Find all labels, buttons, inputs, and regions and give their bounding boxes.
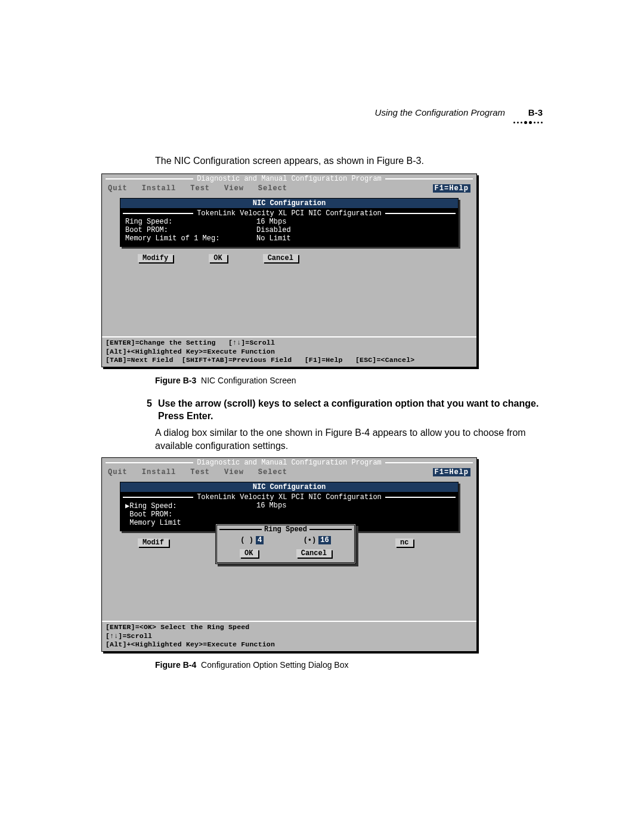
menu-quit[interactable]: Quit xyxy=(108,184,128,193)
figure-b4-caption: Figure B-4 Configuration Option Setting … xyxy=(155,660,543,670)
program-titlebar: Diagnostic and Manual Configuration Prog… xyxy=(102,458,476,467)
panel-subtitle: TokenLink Velocity XL PCI NIC Configurat… xyxy=(123,209,456,218)
dialog-cancel-button[interactable]: Cancel xyxy=(296,549,332,558)
step-text: Use the arrow (scroll) keys to select a … xyxy=(158,397,543,423)
menu-test[interactable]: Test xyxy=(190,468,210,476)
field-memory-limit[interactable]: Memory Limit of 1 Meg: No Limit xyxy=(125,234,453,243)
panel-subtitle: TokenLink Velocity XL PCI NIC Configurat… xyxy=(123,493,456,501)
menubar: Quit Install Test View Select F1=Help xyxy=(102,184,476,193)
page-number: B-3 xyxy=(528,107,543,117)
running-title: Using the Configuration Program xyxy=(375,107,505,117)
panel-title: NIC Configuration xyxy=(120,199,458,208)
para2-text: A dialog box similar to the one shown in… xyxy=(155,426,543,453)
status-line-1: [ENTER]=<OK> Select the Ring Speed xyxy=(106,623,473,631)
menu-select[interactable]: Select xyxy=(258,184,287,193)
field-ring-speed[interactable]: ▶Ring Speed: 16 Mbps xyxy=(125,501,453,510)
status-bar: [ENTER]=<OK> Select the Ring Speed [↑↓]=… xyxy=(102,621,476,651)
program-title: Diagnostic and Manual Configuration Prog… xyxy=(197,459,382,467)
intro-text: The NIC Configuration screen appears, as… xyxy=(155,154,543,168)
dialog-ok-button[interactable]: OK xyxy=(240,549,258,558)
radio-16[interactable]: (•)16 xyxy=(304,536,331,544)
empty-area xyxy=(102,265,476,336)
field-boot-prom[interactable]: Boot PROM: Disabled xyxy=(125,226,453,234)
menu-view[interactable]: View xyxy=(224,468,244,476)
radio-group: ( )4 (•)16 xyxy=(217,534,354,547)
figure-b3-caption: Figure B-3 NIC Configuration Screen xyxy=(155,376,543,385)
menu-select[interactable]: Select xyxy=(258,468,287,476)
figure-b3-screenshot: Diagnostic and Manual Configuration Prog… xyxy=(101,174,477,367)
running-header: Using the Configuration Program B-3 xyxy=(101,107,543,125)
step-number: 5 xyxy=(140,397,152,423)
button-row: Modify OK Cancel xyxy=(102,250,476,264)
cancel-button[interactable]: Cancel xyxy=(263,254,298,262)
cancel-fragment[interactable]: nc xyxy=(395,538,413,547)
figure-b4-screenshot: Diagnostic and Manual Configuration Prog… xyxy=(101,457,477,651)
caption-text: NIC Configuration Screen xyxy=(201,376,296,385)
field-boot-prom[interactable]: Boot PROM: xyxy=(125,510,453,519)
dialog-buttons: OK Cancel xyxy=(217,547,354,562)
status-line-1: [ENTER]=Change the Setting [↑↓]=Scroll xyxy=(106,339,473,347)
dialog-title: Ring Speed xyxy=(264,525,307,534)
menu-install[interactable]: Install xyxy=(142,184,176,193)
intro-paragraph: The NIC Configuration screen appears, as… xyxy=(155,154,543,168)
nic-config-panel: NIC Configuration TokenLink Velocity XL … xyxy=(120,198,459,247)
status-line-2: [Alt]+<Highlighted Key>=Execute Function xyxy=(106,348,473,356)
step-5: 5 Use the arrow (scroll) keys to select … xyxy=(140,397,543,423)
page-number-wrap: B-3 xyxy=(513,107,543,125)
menu-view[interactable]: View xyxy=(224,184,244,193)
ok-button[interactable]: OK xyxy=(209,254,227,262)
menu-help[interactable]: F1=Help xyxy=(433,468,470,476)
paragraph-2: A dialog box similar to the one shown in… xyxy=(155,426,543,453)
program-title: Diagnostic and Manual Configuration Prog… xyxy=(197,175,382,183)
caption-text: Configuration Option Setting Dialog Box xyxy=(201,660,348,670)
menu-install[interactable]: Install xyxy=(142,468,176,476)
status-line-2: [↑↓]=Scroll xyxy=(106,632,473,640)
decor-dots-icon xyxy=(513,120,543,125)
menu-test[interactable]: Test xyxy=(190,184,210,193)
ring-speed-dialog: Ring Speed ( )4 (•)16 OK Cancel xyxy=(215,524,356,564)
caption-label: Figure B-4 xyxy=(155,660,196,670)
modify-button[interactable]: Modify xyxy=(138,254,173,262)
panel-title: NIC Configuration xyxy=(120,482,458,492)
status-bar: [ENTER]=Change the Setting [↑↓]=Scroll [… xyxy=(102,336,476,366)
status-line-3: [TAB]=Next Field [SHIFT+TAB]=Previous Fi… xyxy=(106,356,473,364)
menu-quit[interactable]: Quit xyxy=(108,468,128,476)
status-line-3: [Alt]+<Highlighted Key>=Execute Function xyxy=(106,640,473,649)
radio-4[interactable]: ( )4 xyxy=(240,536,264,544)
field-ring-speed[interactable]: Ring Speed: 16 Mbps xyxy=(125,218,453,226)
caption-label: Figure B-3 xyxy=(155,376,196,385)
menu-help[interactable]: F1=Help xyxy=(433,184,470,193)
dialog-title-row: Ring Speed xyxy=(217,525,354,534)
modify-button[interactable]: Modif xyxy=(138,538,169,547)
menubar: Quit Install Test View Select F1=Help xyxy=(102,467,476,477)
program-titlebar: Diagnostic and Manual Configuration Prog… xyxy=(102,174,476,184)
